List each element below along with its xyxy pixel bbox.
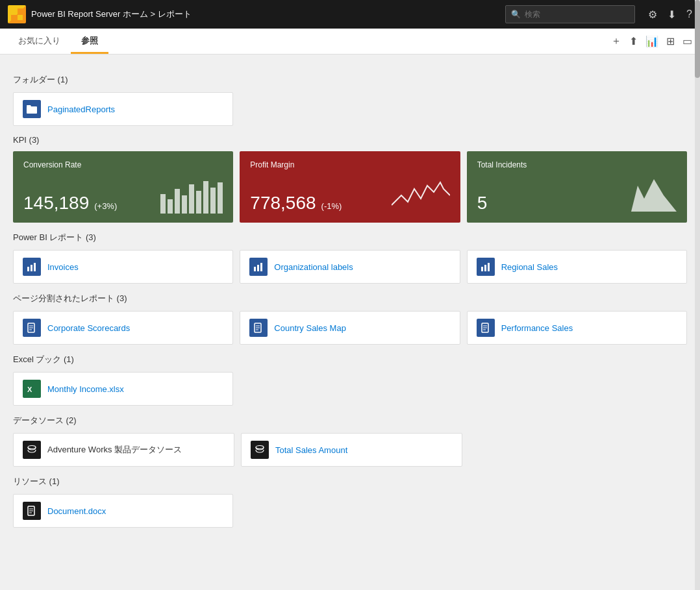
paginated-icon xyxy=(249,319,268,337)
kpi-chart-bars xyxy=(160,181,223,214)
resources-grid: Document.docx xyxy=(13,494,687,528)
svg-rect-7 xyxy=(31,265,32,271)
kpi-title: Total Incidents xyxy=(477,160,677,169)
scrollbar-thumb[interactable] xyxy=(695,0,700,78)
paginated-icon xyxy=(477,319,495,337)
kpi-title: Profit Margin xyxy=(250,160,449,169)
topbar-icons: ⚙ ⬇ ? xyxy=(648,8,692,21)
svg-rect-0 xyxy=(11,8,16,14)
svg-rect-9 xyxy=(254,267,256,271)
list-item[interactable]: X Monthly Income.xlsx xyxy=(13,372,233,406)
svg-rect-11 xyxy=(260,263,262,271)
svg-point-29 xyxy=(28,446,36,449)
list-item[interactable]: PaginatedReports xyxy=(13,92,233,126)
navtabs: お気に入り 参照 ＋ ⬆ 📊 ⊞ ▭ xyxy=(0,29,700,55)
svg-rect-12 xyxy=(481,267,483,271)
paginated-grid: Corporate Scorecards Country Sales Map xyxy=(13,311,687,345)
app-logo xyxy=(8,5,26,23)
svg-rect-4 xyxy=(27,106,37,114)
list-item[interactable]: Total Sales Amount xyxy=(241,433,462,467)
kpi-chart-mountain xyxy=(618,176,677,214)
kpi-grid: Conversion Rate 145,189 (+3%) Profit Mar… xyxy=(13,151,687,223)
kpi-card-profit[interactable]: Profit Margin 778,568 (-1%) xyxy=(240,151,460,223)
item-name: Country Sales Map xyxy=(274,323,346,333)
list-item[interactable]: Invoices xyxy=(13,250,233,284)
main-content: フォルダー (1) PaginatedReports KPI (3) Conve… xyxy=(0,55,700,538)
svg-rect-6 xyxy=(27,267,29,271)
excel-header: Excel ブック (1) xyxy=(13,354,687,365)
excel-icon: X xyxy=(23,380,41,398)
datasource-icon xyxy=(23,441,41,459)
item-name: Document.docx xyxy=(47,506,106,516)
powerbi-icon xyxy=(23,258,41,276)
item-name: Invoices xyxy=(47,262,79,272)
search-input[interactable] xyxy=(525,10,629,19)
list-item[interactable]: Organizational labels xyxy=(240,250,460,284)
svg-rect-3 xyxy=(18,15,23,20)
help-icon[interactable]: ? xyxy=(686,8,692,20)
item-name: Total Sales Amount xyxy=(275,445,347,455)
item-name: Organizational labels xyxy=(274,262,353,272)
nav-actions: ＋ ⬆ 📊 ⊞ ▭ xyxy=(611,34,692,48)
item-name: Adventure Works 製品データソース xyxy=(47,444,182,456)
item-name: Corporate Scorecards xyxy=(47,323,130,333)
datasources-grid: Adventure Works 製品データソース Total Sales Amo… xyxy=(13,433,687,467)
settings-icon[interactable]: ⚙ xyxy=(648,8,657,21)
grid-view-icon[interactable]: ⊞ xyxy=(666,35,675,47)
powerbi-grid: Invoices Organizational labels Regiona xyxy=(13,250,687,284)
svg-marker-5 xyxy=(618,179,677,212)
bar-chart-icon[interactable]: 📊 xyxy=(645,35,658,47)
paginated-header: ページ分割されたレポート (3) xyxy=(13,293,687,304)
tab-browse[interactable]: 参照 xyxy=(71,30,108,54)
svg-rect-13 xyxy=(484,265,486,271)
topbar-title: Power BI Report Server ホーム > レポート xyxy=(31,8,192,20)
svg-point-30 xyxy=(256,446,264,449)
kpi-card-incidents[interactable]: Total Incidents 5 xyxy=(467,151,687,223)
kpi-title: Conversion Rate xyxy=(23,160,223,169)
kpi-chart-line xyxy=(392,176,450,214)
excel-grid: X Monthly Income.xlsx xyxy=(13,372,687,406)
item-name: Performance Sales xyxy=(501,323,573,333)
folders-grid: PaginatedReports xyxy=(13,92,687,126)
search-icon: 🔍 xyxy=(511,10,521,19)
list-item[interactable]: Country Sales Map xyxy=(240,311,460,345)
svg-rect-14 xyxy=(488,263,490,271)
svg-rect-1 xyxy=(18,8,23,14)
list-view-icon[interactable]: ▭ xyxy=(682,35,692,47)
kpi-card-conversion[interactable]: Conversion Rate 145,189 (+3%) xyxy=(13,151,233,223)
list-item[interactable]: Regional Sales xyxy=(467,250,687,284)
list-item[interactable]: Corporate Scorecards xyxy=(13,311,233,345)
datasource-icon xyxy=(251,441,269,459)
folders-header: フォルダー (1) xyxy=(13,74,687,86)
svg-rect-2 xyxy=(11,15,16,20)
list-item: Adventure Works 製品データソース xyxy=(13,433,234,467)
paginated-icon xyxy=(23,319,41,337)
svg-text:X: X xyxy=(27,386,32,393)
powerbi-icon xyxy=(249,258,268,276)
svg-rect-10 xyxy=(257,265,259,271)
resources-header: リソース (1) xyxy=(13,476,687,487)
search-box[interactable]: 🔍 xyxy=(505,5,635,23)
download-icon[interactable]: ⬇ xyxy=(668,8,676,21)
topbar: Power BI Report Server ホーム > レポート 🔍 ⚙ ⬇ … xyxy=(0,0,700,29)
tab-favorites[interactable]: お気に入り xyxy=(8,30,71,54)
add-icon[interactable]: ＋ xyxy=(611,34,621,48)
datasources-header: データソース (2) xyxy=(13,415,687,426)
item-name: PaginatedReports xyxy=(47,104,115,114)
resource-icon xyxy=(23,502,41,520)
item-name: Monthly Income.xlsx xyxy=(47,384,124,394)
powerbi-header: Power BI レポート (3) xyxy=(13,232,687,243)
list-item[interactable]: Document.docx xyxy=(13,494,233,528)
svg-rect-8 xyxy=(34,263,36,271)
list-item[interactable]: Performance Sales xyxy=(467,311,687,345)
item-name: Regional Sales xyxy=(501,262,558,272)
folder-icon xyxy=(23,100,41,118)
upload-icon[interactable]: ⬆ xyxy=(629,35,638,47)
powerbi-icon xyxy=(477,258,495,276)
scrollbar-track[interactable] xyxy=(695,0,700,590)
kpi-header: KPI (3) xyxy=(13,135,687,145)
